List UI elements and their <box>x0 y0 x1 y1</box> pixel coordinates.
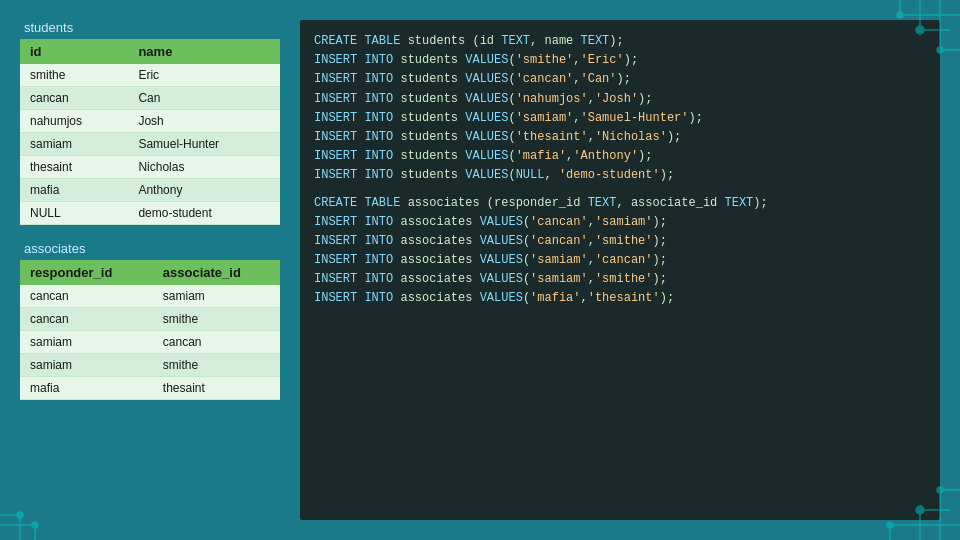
code-panel: CREATE TABLE students (id TEXT, name TEX… <box>300 20 940 520</box>
table-row: mafiaAnthony <box>20 179 280 202</box>
students-col-id: id <box>20 39 128 64</box>
table-row: NULLdemo-student <box>20 202 280 225</box>
table-row: cancanCan <box>20 87 280 110</box>
associates-table: responder_id associate_id cancansamiamca… <box>20 260 280 400</box>
table-row: samiamSamuel-Hunter <box>20 133 280 156</box>
table-row: cancansamiam <box>20 285 280 308</box>
table-row: nahumjosJosh <box>20 110 280 133</box>
associates-col-responder: responder_id <box>20 260 153 285</box>
table-row: thesaintNicholas <box>20 156 280 179</box>
students-sql: CREATE TABLE students (id TEXT, name TEX… <box>314 32 926 186</box>
associates-section: associates responder_id associate_id can… <box>20 241 280 400</box>
students-table: id name smitheEriccancanCannahumjosJoshs… <box>20 39 280 225</box>
students-section: students id name smitheEriccancanCannahu… <box>20 20 280 225</box>
students-col-name: name <box>128 39 280 64</box>
students-title: students <box>20 20 280 35</box>
table-row: samiamcancan <box>20 331 280 354</box>
table-row: smitheEric <box>20 64 280 87</box>
table-row: mafiathesaint <box>20 377 280 400</box>
table-row: samiamsmithe <box>20 354 280 377</box>
associates-title: associates <box>20 241 280 256</box>
associates-col-associate: associate_id <box>153 260 280 285</box>
associates-sql: CREATE TABLE associates (responder_id TE… <box>314 194 926 309</box>
table-row: cancansmithe <box>20 308 280 331</box>
